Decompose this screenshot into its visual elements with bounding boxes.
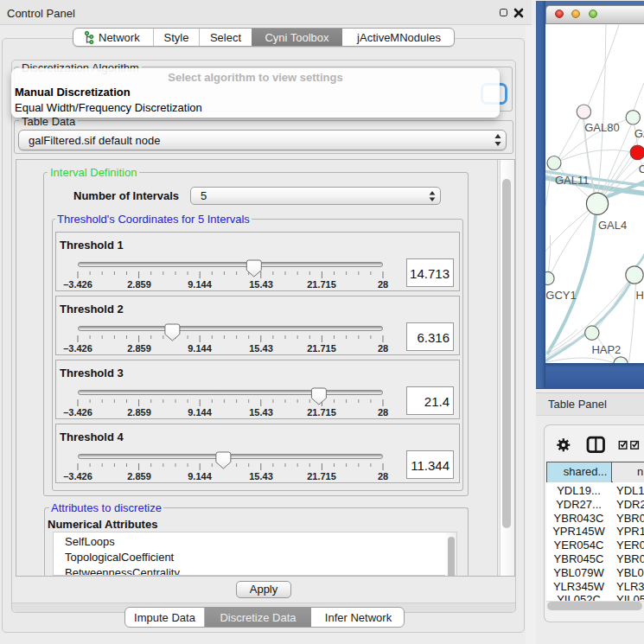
- svg-text:GAL4: GAL4: [598, 219, 627, 232]
- svg-text:GAL11: GAL11: [555, 174, 590, 187]
- svg-text:C: C: [639, 163, 644, 175]
- svg-text:GCY1: GCY1: [545, 289, 576, 302]
- svg-text:HAP2: HAP2: [591, 343, 621, 356]
- svg-text:GAL80: GAL80: [584, 121, 619, 134]
- svg-text:GA: GA: [634, 127, 644, 140]
- svg-text:H: H: [636, 289, 644, 302]
